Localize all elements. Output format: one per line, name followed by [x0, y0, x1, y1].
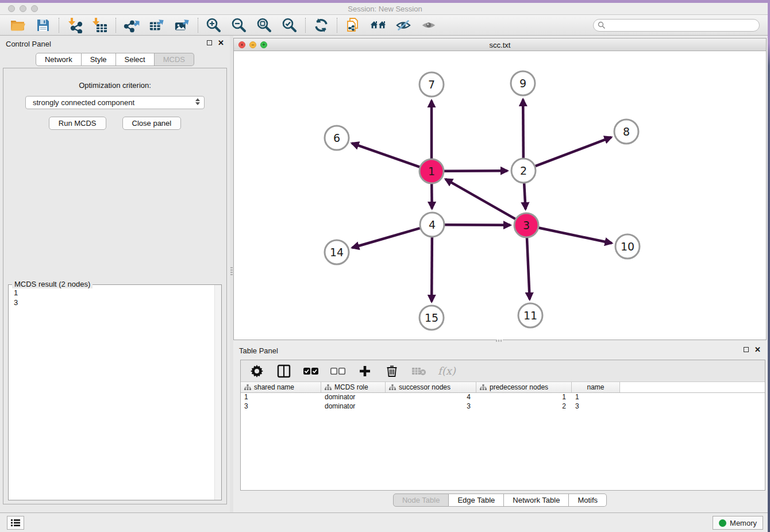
delete-table-icon-disabled [411, 363, 427, 379]
splitter-grip[interactable] [230, 267, 233, 275]
select-all-checkboxes-icon[interactable] [303, 363, 319, 379]
graph-node-label-10: 10 [621, 240, 634, 253]
import-network-icon[interactable] [67, 17, 83, 33]
cell-mcds-role[interactable]: dominator [321, 393, 386, 402]
search-icon [598, 21, 606, 32]
home-networks-icon[interactable] [370, 17, 386, 33]
function-builder-fx-icon: f(x) [438, 365, 456, 377]
graph-edge-3-10[interactable] [539, 228, 612, 244]
tab-style[interactable]: Style [82, 53, 116, 66]
table-row[interactable]: 3 dominator 3 2 3 [241, 402, 765, 411]
table-header-row: shared name MCDS role successor nodes pr… [241, 382, 765, 393]
graph-node-label-9: 9 [519, 77, 526, 90]
refresh-layout-icon[interactable] [313, 17, 329, 33]
graph-node-label-11: 11 [523, 309, 537, 322]
export-network-icon[interactable] [124, 17, 140, 33]
cell-name[interactable]: 3 [572, 402, 620, 411]
split-columns-icon[interactable] [276, 363, 292, 379]
clear-checkboxes-icon[interactable] [330, 363, 346, 379]
table-toolbar: f(x) [241, 360, 765, 382]
tab-network[interactable]: Network [36, 53, 82, 66]
control-panel: Control Panel ✕ Network Style Select MCD… [0, 36, 230, 512]
graph-node-label-7: 7 [428, 78, 435, 91]
settings-gear-icon[interactable] [249, 363, 265, 379]
memory-button[interactable]: Memory [713, 516, 763, 530]
show-elements-eye-icon[interactable] [421, 17, 437, 33]
duplicate-network-icon[interactable] [345, 17, 361, 33]
zoom-fit-icon[interactable] [256, 17, 272, 33]
column-header-predecessor-nodes[interactable]: predecessor nodes [476, 382, 572, 392]
optimization-criterion-select[interactable]: strongly connected component [25, 96, 205, 109]
delete-entry-trash-icon[interactable] [384, 363, 400, 379]
graph-edge-2-3[interactable] [524, 183, 525, 209]
tab-mcds[interactable]: MCDS [155, 53, 194, 66]
float-table-panel-icon[interactable] [744, 347, 749, 352]
tab-network-table[interactable]: Network Table [504, 494, 569, 507]
graph-node-label-3: 3 [523, 219, 530, 232]
network-resize-grip[interactable] [496, 340, 503, 342]
column-header-name[interactable]: name [572, 382, 620, 392]
graph-edge-2-9[interactable] [523, 99, 523, 158]
task-history-button[interactable] [7, 516, 24, 530]
graph-node-label-4: 4 [429, 218, 436, 231]
cell-successor-nodes[interactable]: 3 [386, 402, 476, 411]
network-canvas[interactable]: 1234678910111415 [234, 51, 766, 340]
cell-shared-name[interactable]: 3 [241, 402, 321, 411]
zoom-selected-icon[interactable] [282, 17, 298, 33]
network-graph[interactable]: 1234678910111415 [234, 51, 766, 340]
cell-predecessor-nodes[interactable]: 2 [476, 402, 572, 411]
graph-edge-1-6[interactable] [352, 143, 419, 167]
graph-node-label-2: 2 [520, 164, 527, 177]
table-row[interactable]: 1 dominator 4 1 1 [241, 393, 765, 402]
open-folder-icon[interactable] [10, 17, 26, 33]
graph-node-label-14: 14 [330, 246, 344, 259]
memory-status-dot-icon [719, 519, 726, 527]
tab-motifs[interactable]: Motifs [569, 494, 607, 507]
cell-predecessor-nodes[interactable]: 1 [476, 393, 572, 402]
graph-edge-4-14[interactable] [352, 228, 420, 248]
export-image-icon[interactable] [174, 17, 190, 33]
column-header-successor-nodes[interactable]: successor nodes [386, 382, 476, 392]
tab-select[interactable]: Select [116, 53, 155, 66]
float-panel-icon[interactable] [207, 40, 212, 45]
mcds-panel: Optimization criterion: strongly connect… [3, 68, 227, 504]
graph-edge-3-11[interactable] [527, 238, 530, 299]
result-line: 1 [14, 288, 216, 298]
close-panel-icon[interactable]: ✕ [218, 40, 224, 46]
search-input[interactable] [593, 19, 760, 32]
column-header-mcds-role[interactable]: MCDS role [321, 382, 386, 392]
cell-shared-name[interactable]: 1 [241, 393, 321, 402]
graph-edge-2-8[interactable] [536, 137, 611, 166]
main-toolbar [0, 15, 768, 36]
network-view-window: × − + scc.txt 1234678910111415 [233, 38, 767, 340]
cell-mcds-role[interactable]: dominator [321, 402, 386, 411]
result-scrollbar[interactable] [214, 285, 221, 500]
main-titlebar: Session: New Session [0, 3, 770, 15]
graph-edge-4-15[interactable] [432, 237, 432, 302]
window-title: Session: New Session [0, 5, 770, 13]
cell-successor-nodes[interactable]: 4 [386, 393, 476, 402]
graph-edge-4-3[interactable] [445, 225, 510, 225]
mcds-result-group: MCDS result (2 nodes) 1 3 [8, 284, 222, 500]
mcds-result-list[interactable]: 1 3 [9, 285, 221, 310]
zoom-out-icon[interactable] [231, 17, 247, 33]
import-table-icon[interactable] [92, 17, 108, 33]
column-header-shared-name[interactable]: shared name [241, 382, 321, 392]
tab-edge-table[interactable]: Edge Table [449, 494, 504, 507]
save-session-icon[interactable] [35, 17, 51, 33]
desktop-edge-top [0, 0, 770, 3]
graph-edge-1-2[interactable] [444, 171, 507, 171]
chevron-updown-icon [195, 98, 200, 105]
memory-label: Memory [730, 519, 757, 527]
hide-elements-eye-icon[interactable] [395, 17, 411, 33]
network-view-titlebar[interactable]: × − + scc.txt [234, 38, 766, 51]
add-entry-plus-icon[interactable] [357, 363, 373, 379]
close-panel-button[interactable]: Close panel [122, 117, 182, 130]
run-mcds-button[interactable]: Run MCDS [49, 117, 106, 130]
graph-edge-3-1[interactable] [445, 179, 515, 219]
export-table-icon[interactable] [149, 17, 165, 33]
tab-node-table[interactable]: Node Table [393, 494, 449, 507]
cell-name[interactable]: 1 [572, 393, 620, 402]
zoom-in-icon[interactable] [206, 17, 222, 33]
close-table-panel-icon[interactable]: ✕ [754, 346, 761, 353]
